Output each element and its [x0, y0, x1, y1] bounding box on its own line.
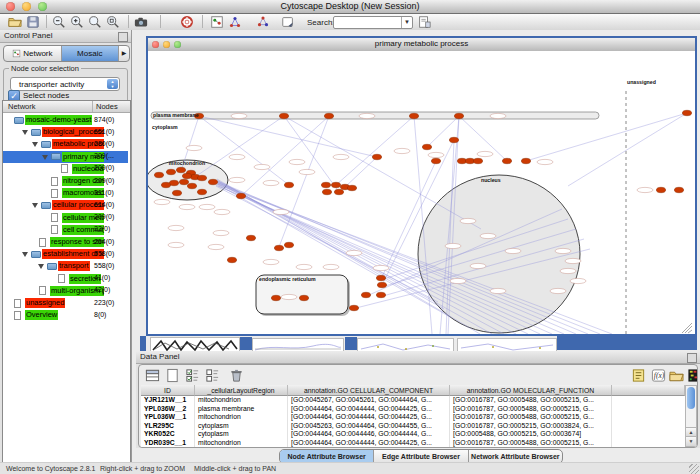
table-cell[interactable]: [GO:0016787, GO:0005488, GO:0005215, G..… — [450, 396, 612, 405]
tree-row-macromolecule[interactable]: macromolecule311(0) — [3, 187, 128, 199]
tree-row-biological-process[interactable]: biological_process651(0) — [3, 126, 128, 138]
tree-row-transport[interactable]: transport558(0) — [3, 260, 128, 272]
expand-collapse-icon[interactable] — [38, 264, 44, 269]
scroll-down-icon[interactable]: ▼ — [686, 436, 696, 446]
table-cell[interactable]: [GO:0005488, GO:0005215, GO:0003674] — [450, 430, 612, 439]
heatmap-view-icon[interactable] — [687, 368, 698, 383]
search-dropdown-arrow-icon[interactable]: ▼ — [401, 17, 412, 28]
network-node[interactable] — [334, 189, 343, 194]
expand-collapse-icon[interactable] — [32, 142, 38, 147]
dropdown-stepper-icon[interactable]: ▲▼ — [107, 79, 118, 89]
resize-grip[interactable] — [689, 464, 699, 474]
network-node[interactable] — [166, 169, 175, 174]
table-cell[interactable]: [GO:0045263, GO:0044464, GO:0044455, G..… — [288, 422, 450, 431]
table-cell[interactable]: YPL036W__1 — [141, 413, 195, 422]
zoom-out-icon[interactable] — [52, 15, 66, 29]
network-node[interactable] — [197, 189, 206, 194]
network-canvas[interactable]: plasma membranecytoplasmmitochondrionnuc… — [148, 51, 695, 334]
zoom-fit-icon[interactable] — [106, 15, 120, 29]
network-node[interactable] — [274, 245, 283, 250]
network-node[interactable] — [409, 113, 418, 118]
table-cell[interactable]: YKR052C — [141, 430, 195, 439]
tree-row-nucleobase-[interactable]: nucleobase-...209(0) — [3, 163, 128, 175]
tab-overflow-icon[interactable]: ▶ — [118, 46, 129, 61]
network-node[interactable] — [284, 242, 293, 247]
network-edge[interactable] — [526, 113, 687, 161]
network-node[interactable] — [376, 275, 385, 280]
network-node[interactable] — [521, 158, 530, 163]
select-all-attributes-icon[interactable] — [185, 368, 200, 383]
table-cell[interactable]: mitochondrion — [195, 396, 288, 405]
network-node[interactable] — [187, 183, 196, 188]
table-cell[interactable]: YPL036W__2 — [141, 405, 195, 414]
tree-row-cellular-process[interactable]: cellular process614(0) — [3, 199, 128, 211]
network-node[interactable] — [154, 172, 163, 177]
background-window-fragment[interactable] — [252, 338, 344, 352]
import-attributes-icon[interactable] — [669, 368, 684, 383]
table-cell[interactable]: [GO:0016787, GO:0005488, GO:0005215, G..… — [450, 413, 612, 422]
table-cell[interactable]: YLR295C — [141, 422, 195, 431]
first-neighbors-icon[interactable] — [228, 15, 242, 29]
tree-row-overview[interactable]: Overview8(0) — [3, 309, 128, 321]
tree-row-secretion[interactable]: secretion41(0) — [3, 273, 128, 285]
table-cell[interactable]: [GO:0044464, GO:0044444, GO:0044425, G..… — [288, 405, 450, 414]
network-node[interactable] — [176, 167, 185, 172]
network-node[interactable] — [502, 158, 511, 163]
network-node[interactable] — [347, 185, 356, 190]
table-cell[interactable]: YJR121W__1 — [141, 396, 195, 405]
network-node[interactable] — [361, 292, 370, 297]
network-node[interactable] — [284, 182, 293, 187]
network-node[interactable] — [246, 235, 255, 240]
save-session-icon[interactable] — [26, 15, 40, 29]
network-window-titlebar[interactable]: primary metabolic process — [148, 38, 695, 52]
network-node[interactable] — [179, 179, 188, 184]
snapshot-camera-icon[interactable] — [134, 15, 148, 29]
network-node[interactable] — [321, 182, 330, 187]
overview-network-icon[interactable] — [210, 15, 224, 29]
background-window-fragment[interactable] — [457, 338, 557, 352]
tree-row-nitrogen-compo[interactable]: nitrogen compo209(0) — [3, 175, 128, 187]
tree-row-establishment-of-lo[interactable]: establishment of lo558(0) — [3, 248, 128, 260]
network-node[interactable] — [454, 113, 463, 118]
network-node[interactable] — [227, 257, 236, 262]
network-node[interactable] — [376, 292, 385, 297]
unselect-all-attributes-icon[interactable] — [205, 368, 220, 383]
tab-mosaic[interactable]: Mosaic — [61, 46, 119, 61]
tree-row-response-to-stimulu[interactable]: response to stimulu264(0) — [3, 236, 128, 248]
network-node[interactable] — [236, 193, 245, 198]
network-node[interactable] — [271, 295, 280, 300]
network-node[interactable] — [208, 179, 217, 184]
tree-row-cell-communicat[interactable]: cell communicat22(0) — [3, 224, 128, 236]
table-cell[interactable]: [GO:0044464, GO:0044444, GO:0044425, G..… — [288, 413, 450, 422]
tab-network[interactable]: Network — [4, 46, 61, 61]
expand-collapse-icon[interactable] — [32, 203, 38, 208]
table-cell[interactable]: cytoplasm — [195, 422, 288, 431]
network-node[interactable] — [349, 305, 358, 310]
network-edge[interactable] — [284, 116, 339, 192]
scrollbar-thumb[interactable] — [687, 387, 695, 409]
network-node[interactable] — [377, 282, 386, 287]
network-edge[interactable] — [568, 113, 687, 186]
expand-collapse-icon[interactable] — [22, 130, 28, 135]
network-node[interactable] — [182, 173, 191, 178]
network-node[interactable] — [322, 189, 331, 194]
background-window-fragment[interactable] — [357, 338, 454, 352]
table-cell[interactable]: plasma membrane — [195, 405, 288, 414]
tree-row-primary-metabo[interactable]: primary metabo209(... — [3, 151, 128, 163]
tree-row-unassigned[interactable]: unassigned223(0) — [3, 297, 128, 309]
network-node[interactable] — [422, 144, 431, 149]
network-node[interactable] — [331, 182, 340, 187]
network-node[interactable] — [372, 154, 381, 159]
tree-row-cellular-metabol[interactable]: cellular metabol209(0) — [3, 212, 128, 224]
background-window-fragment[interactable] — [150, 337, 240, 352]
float-panel-icon[interactable] — [118, 32, 128, 42]
select-nodes-network-icon[interactable] — [256, 15, 270, 29]
expand-collapse-icon[interactable] — [22, 252, 28, 257]
node-color-dropdown[interactable]: transporter activity ▲▼ — [10, 77, 120, 91]
column-header-2[interactable]: annotation.GO CELLULAR_COMPONENT — [288, 385, 450, 396]
network-node[interactable] — [449, 137, 458, 142]
zoom-selected-region-icon[interactable] — [88, 15, 102, 29]
create-attribute-icon[interactable] — [165, 368, 180, 383]
table-cell[interactable]: [GO:0044464, GO:0044446, GO:0044444, G..… — [288, 430, 450, 439]
table-cell[interactable]: [GO:0045267, GO:0045261, GO:0044464, G..… — [288, 396, 450, 405]
